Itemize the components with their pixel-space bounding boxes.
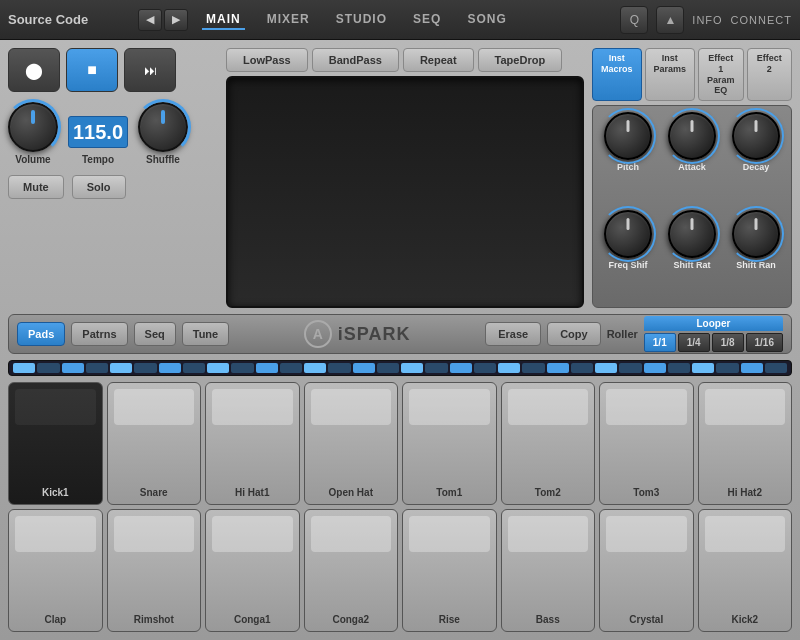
step-29[interactable] xyxy=(692,363,714,373)
step-18[interactable] xyxy=(425,363,447,373)
step-12[interactable] xyxy=(280,363,302,373)
pad-clap[interactable]: Clap xyxy=(8,509,103,632)
step-3[interactable] xyxy=(62,363,84,373)
step-2[interactable] xyxy=(37,363,59,373)
pad-conga1[interactable]: Conga1 xyxy=(205,509,300,632)
step-20[interactable] xyxy=(474,363,496,373)
play-button[interactable]: ⏭ xyxy=(124,48,176,92)
pad-label: Bass xyxy=(536,614,560,625)
nav-song[interactable]: SONG xyxy=(463,10,510,30)
step-28[interactable] xyxy=(668,363,690,373)
pad-crystal[interactable]: Crystal xyxy=(599,509,694,632)
record-button[interactable]: ⬤ xyxy=(8,48,60,92)
attack-knob[interactable] xyxy=(668,112,716,160)
solo-button[interactable]: Solo xyxy=(72,175,126,199)
copy-button[interactable]: Copy xyxy=(547,322,601,346)
looper-buttons: 1/1 1/4 1/8 1/16 xyxy=(644,333,783,352)
shiftrat-knob-container: Shift Rat xyxy=(663,210,721,301)
step-32[interactable] xyxy=(765,363,787,373)
erase-button[interactable]: Erase xyxy=(485,322,541,346)
seq-mode-button[interactable]: Seq xyxy=(134,322,176,346)
mute-button[interactable]: Mute xyxy=(8,175,64,199)
step-17[interactable] xyxy=(401,363,423,373)
effect1-tab[interactable]: Effect 1Param EQ xyxy=(698,48,744,101)
search-button[interactable]: Q xyxy=(620,6,648,34)
step-8[interactable] xyxy=(183,363,205,373)
effect2-tab[interactable]: Effect 2 xyxy=(747,48,792,101)
step-31[interactable] xyxy=(741,363,763,373)
tapedrop-button[interactable]: TapeDrop xyxy=(478,48,563,72)
pad-rimshot[interactable]: Rimshot xyxy=(107,509,202,632)
nav-seq[interactable]: SEQ xyxy=(409,10,445,30)
step-16[interactable] xyxy=(377,363,399,373)
step-13[interactable] xyxy=(304,363,326,373)
mute-solo-row: Mute Solo xyxy=(8,175,218,199)
decay-knob[interactable] xyxy=(732,112,780,160)
patrns-mode-button[interactable]: Patrns xyxy=(71,322,127,346)
looper-1-1[interactable]: 1/1 xyxy=(644,333,676,352)
pad-tom1[interactable]: Tom1 xyxy=(402,382,497,505)
step-sequencer[interactable] xyxy=(8,360,792,376)
pitch-knob[interactable] xyxy=(604,112,652,160)
step-19[interactable] xyxy=(450,363,472,373)
pad-kick1[interactable]: Kick1 xyxy=(8,382,103,505)
pad-rise[interactable]: Rise xyxy=(402,509,497,632)
pad-row-2: ClapRimshotConga1Conga2RiseBassCrystalKi… xyxy=(8,509,792,632)
pad-label: Kick2 xyxy=(731,614,758,625)
step-27[interactable] xyxy=(644,363,666,373)
macro-tabs: InstMacros InstParams Effect 1Param EQ E… xyxy=(592,48,792,101)
pad-conga2[interactable]: Conga2 xyxy=(304,509,399,632)
ispark-logo: A iSPARK xyxy=(235,320,479,348)
step-5[interactable] xyxy=(110,363,132,373)
step-24[interactable] xyxy=(571,363,593,373)
main-pad[interactable] xyxy=(226,76,584,308)
step-30[interactable] xyxy=(716,363,738,373)
looper-1-4[interactable]: 1/4 xyxy=(678,333,710,352)
step-11[interactable] xyxy=(256,363,278,373)
lowpass-button[interactable]: LowPass xyxy=(226,48,308,72)
pad-bass[interactable]: Bass xyxy=(501,509,596,632)
freqshif-knob[interactable] xyxy=(604,210,652,258)
pad-tom3[interactable]: Tom3 xyxy=(599,382,694,505)
shuffle-knob[interactable] xyxy=(138,102,188,152)
shiftrat-knob[interactable] xyxy=(668,210,716,258)
step-7[interactable] xyxy=(159,363,181,373)
pad-hihat2[interactable]: Hi Hat2 xyxy=(698,382,793,505)
pad-kick2[interactable]: Kick2 xyxy=(698,509,793,632)
nav-studio[interactable]: STUDIO xyxy=(332,10,391,30)
looper-1-16[interactable]: 1/16 xyxy=(746,333,783,352)
tune-mode-button[interactable]: Tune xyxy=(182,322,229,346)
pad-snare[interactable]: Snare xyxy=(107,382,202,505)
tune-button[interactable]: ▲ xyxy=(656,6,684,34)
nav-back-button[interactable]: ◀ xyxy=(138,9,162,31)
step-26[interactable] xyxy=(619,363,641,373)
pads-mode-button[interactable]: Pads xyxy=(17,322,65,346)
stop-button[interactable]: ■ xyxy=(66,48,118,92)
nav-main[interactable]: MAIN xyxy=(202,10,245,30)
step-10[interactable] xyxy=(231,363,253,373)
step-25[interactable] xyxy=(595,363,617,373)
repeat-button[interactable]: Repeat xyxy=(403,48,474,72)
step-6[interactable] xyxy=(134,363,156,373)
inst-params-tab[interactable]: InstParams xyxy=(645,48,696,101)
inst-macros-tab[interactable]: InstMacros xyxy=(592,48,642,101)
looper-1-8[interactable]: 1/8 xyxy=(712,333,744,352)
nav-forward-button[interactable]: ▶ xyxy=(164,9,188,31)
step-1[interactable] xyxy=(13,363,35,373)
pad-openhat[interactable]: Open Hat xyxy=(304,382,399,505)
bandpass-button[interactable]: BandPass xyxy=(312,48,399,72)
pad-hihat1[interactable]: Hi Hat1 xyxy=(205,382,300,505)
step-23[interactable] xyxy=(547,363,569,373)
shiftran-knob[interactable] xyxy=(732,210,780,258)
looper-title: Looper xyxy=(644,316,783,331)
step-9[interactable] xyxy=(207,363,229,373)
volume-knob[interactable] xyxy=(8,102,58,152)
info-label: INFO xyxy=(692,14,722,26)
step-15[interactable] xyxy=(353,363,375,373)
step-14[interactable] xyxy=(328,363,350,373)
step-21[interactable] xyxy=(498,363,520,373)
step-4[interactable] xyxy=(86,363,108,373)
pad-tom2[interactable]: Tom2 xyxy=(501,382,596,505)
nav-mixer[interactable]: MIXER xyxy=(263,10,314,30)
step-22[interactable] xyxy=(522,363,544,373)
